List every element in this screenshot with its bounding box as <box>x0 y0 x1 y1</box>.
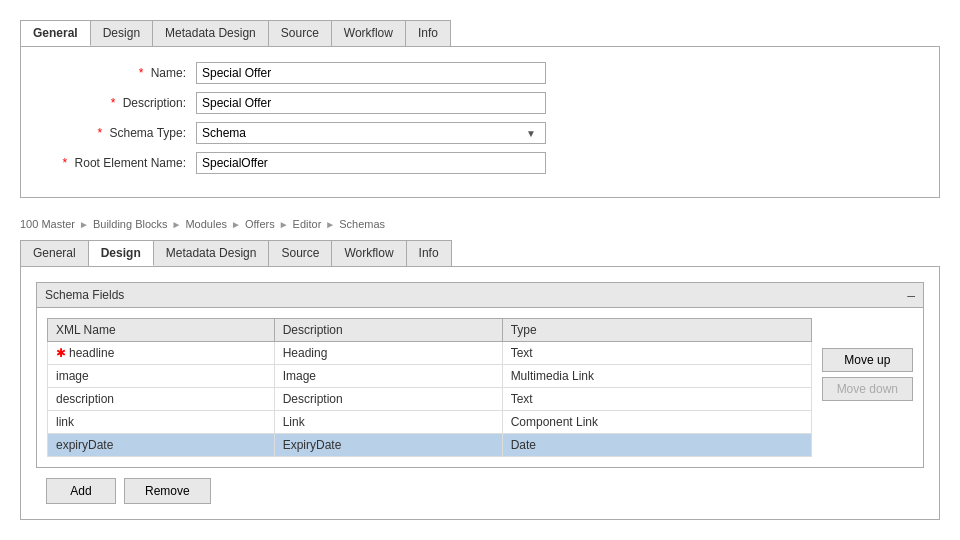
breadcrumb-item-4: Offers <box>245 218 275 230</box>
table-row[interactable]: linkLinkComponent Link <box>48 411 812 434</box>
breadcrumb-item-5: Editor <box>293 218 322 230</box>
cell-description: Heading <box>274 342 502 365</box>
bottom-tab-content: Schema Fields – XML Name Description Typ… <box>20 266 940 520</box>
panel-header: Schema Fields – <box>37 283 923 308</box>
tab-metadata-design-bottom[interactable]: Metadata Design <box>154 241 270 266</box>
cell-description: Link <box>274 411 502 434</box>
breadcrumb-sep-2: ► <box>172 219 182 230</box>
move-down-button[interactable]: Move down <box>822 377 913 401</box>
top-tab-bar: General Design Metadata Design Source Wo… <box>20 20 451 46</box>
schema-table: XML Name Description Type ✱headlineHeadi… <box>47 318 812 457</box>
tab-metadata-design-top[interactable]: Metadata Design <box>153 21 269 46</box>
name-required-star: * <box>139 66 144 80</box>
col-header-type: Type <box>502 319 811 342</box>
top-section: General Design Metadata Design Source Wo… <box>20 20 940 198</box>
remove-button[interactable]: Remove <box>124 478 211 504</box>
col-header-xml-name: XML Name <box>48 319 275 342</box>
tab-info-top[interactable]: Info <box>406 21 450 46</box>
cell-type: Multimedia Link <box>502 365 811 388</box>
tab-design-bottom[interactable]: Design <box>89 241 154 266</box>
breadcrumb-sep-4: ► <box>279 219 289 230</box>
table-row[interactable]: expiryDateExpiryDateDate <box>48 434 812 457</box>
table-row[interactable]: descriptionDescriptionText <box>48 388 812 411</box>
cell-type: Component Link <box>502 411 811 434</box>
table-header-row: XML Name Description Type <box>48 319 812 342</box>
breadcrumb-sep-5: ► <box>325 219 335 230</box>
move-up-button[interactable]: Move up <box>822 348 913 372</box>
panel-title: Schema Fields <box>45 288 124 302</box>
page-container: General Design Metadata Design Source Wo… <box>0 0 960 540</box>
name-input[interactable] <box>196 62 546 84</box>
schema-type-label: * Schema Type: <box>36 126 196 140</box>
root-element-row: * Root Element Name: <box>36 152 924 174</box>
top-tab-content: * Name: * Description: * Schema Type: <box>20 46 940 198</box>
description-row: * Description: <box>36 92 924 114</box>
cell-description: Image <box>274 365 502 388</box>
description-input[interactable] <box>196 92 546 114</box>
table-row[interactable]: ✱headlineHeadingText <box>48 342 812 365</box>
tab-info-bottom[interactable]: Info <box>407 241 451 266</box>
table-row[interactable]: imageImageMultimedia Link <box>48 365 812 388</box>
breadcrumb-item-2: Building Blocks <box>93 218 168 230</box>
panel-body: XML Name Description Type ✱headlineHeadi… <box>37 308 923 467</box>
breadcrumb-sep-1: ► <box>79 219 89 230</box>
cell-description: ExpiryDate <box>274 434 502 457</box>
bottom-tab-bar: General Design Metadata Design Source Wo… <box>20 240 452 266</box>
root-element-label: * Root Element Name: <box>36 156 196 170</box>
schema-type-row: * Schema Type: Schema ▼ <box>36 122 924 144</box>
move-buttons-panel: Move up Move down <box>822 318 913 457</box>
description-required-star: * <box>111 96 116 110</box>
tab-design-top[interactable]: Design <box>91 21 153 46</box>
cell-xml-name: ✱headline <box>48 342 275 365</box>
cell-description: Description <box>274 388 502 411</box>
root-element-input[interactable] <box>196 152 546 174</box>
tab-general-bottom[interactable]: General <box>21 241 89 266</box>
bottom-buttons: Add Remove <box>36 478 924 504</box>
name-label: * Name: <box>36 66 196 80</box>
panel-collapse-button[interactable]: – <box>907 287 915 303</box>
breadcrumb-item-6: Schemas <box>339 218 385 230</box>
root-required-star: * <box>63 156 68 170</box>
schema-type-select[interactable]: Schema <box>196 122 546 144</box>
cell-xml-name: description <box>48 388 275 411</box>
schema-type-required-star: * <box>97 126 102 140</box>
breadcrumb: 100 Master ► Building Blocks ► Modules ►… <box>20 218 940 230</box>
cell-xml-name: expiryDate <box>48 434 275 457</box>
cell-type: Text <box>502 342 811 365</box>
schema-fields-panel: Schema Fields – XML Name Description Typ… <box>36 282 924 468</box>
bottom-section: General Design Metadata Design Source Wo… <box>20 240 940 520</box>
schema-table-wrapper: XML Name Description Type ✱headlineHeadi… <box>47 318 812 457</box>
description-label: * Description: <box>36 96 196 110</box>
cell-type: Date <box>502 434 811 457</box>
tab-source-top[interactable]: Source <box>269 21 332 46</box>
cell-xml-name: link <box>48 411 275 434</box>
breadcrumb-sep-3: ► <box>231 219 241 230</box>
tab-workflow-top[interactable]: Workflow <box>332 21 406 46</box>
breadcrumb-item-3: Modules <box>185 218 227 230</box>
tab-general-top[interactable]: General <box>21 21 91 46</box>
tab-source-bottom[interactable]: Source <box>269 241 332 266</box>
cell-type: Text <box>502 388 811 411</box>
col-header-description: Description <box>274 319 502 342</box>
add-button[interactable]: Add <box>46 478 116 504</box>
name-row: * Name: <box>36 62 924 84</box>
breadcrumb-item-1: 100 Master <box>20 218 75 230</box>
tab-workflow-bottom[interactable]: Workflow <box>332 241 406 266</box>
schema-type-select-wrapper: Schema ▼ <box>196 122 546 144</box>
cell-xml-name: image <box>48 365 275 388</box>
required-star: ✱ <box>56 346 66 360</box>
